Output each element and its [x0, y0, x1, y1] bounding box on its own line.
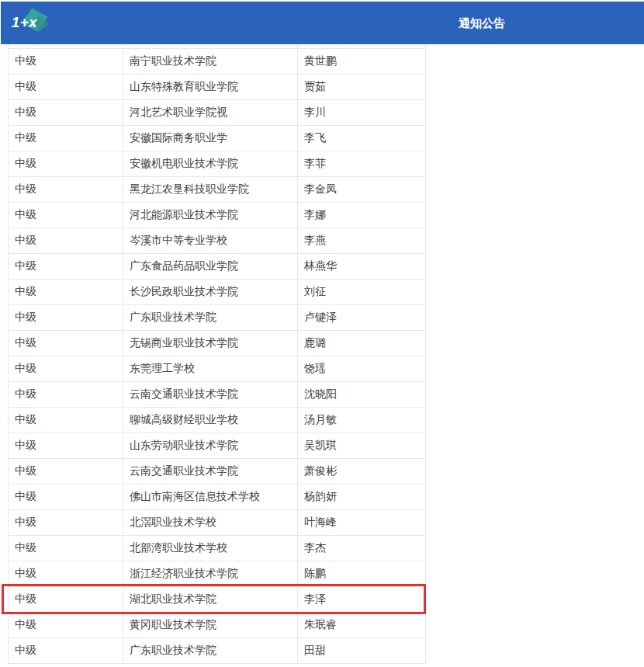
cell-level: 中级	[9, 280, 123, 305]
table-row: 中级安徽国际商务职业学李飞	[9, 126, 426, 151]
cell-level: 中级	[9, 433, 123, 459]
cell-level: 中级	[9, 408, 123, 433]
cell-name: 李飞	[298, 126, 426, 151]
table-row: 中级河北能源职业技术学院李娜	[9, 203, 426, 228]
table-row: 中级广东食品药品职业学院林燕华	[9, 254, 426, 280]
cell-level: 中级	[9, 561, 123, 587]
cell-level: 中级	[9, 510, 123, 536]
cell-name: 李菲	[298, 151, 426, 177]
cell-institution: 安徽机电职业技术学院	[123, 151, 298, 177]
table-row: 中级广东职业技术学院卢键泽	[9, 305, 426, 331]
table-row: 中级聊城高级财经职业学校汤月敏	[9, 408, 426, 433]
table-row: 中级山东劳动职业技术学院吴凯琪	[9, 433, 426, 459]
cell-institution: 东莞理工学校	[123, 356, 298, 382]
table-row: 中级河北艺术职业学院视李川	[9, 100, 426, 126]
table-row: 中级安徽机电职业技术学院李菲	[9, 151, 426, 177]
table-row: 中级黑龙江农垦科技职业学院李金凤	[9, 177, 426, 203]
cell-name: 田甜	[298, 638, 426, 664]
cell-name: 杨韵妍	[298, 485, 426, 510]
cell-name: 李川	[298, 100, 426, 126]
cell-institution: 广东食品药品职业学院	[123, 254, 298, 280]
cell-name: 黄世鹏	[298, 49, 426, 75]
results-table: 中级南宁职业技术学院黄世鹏中级山东特殊教育职业学院贾茹中级河北艺术职业学院视李川…	[8, 44, 425, 664]
cell-institution: 广东职业技术学院	[123, 638, 298, 664]
table-row: 中级岑溪市中等专业学校李燕	[9, 228, 426, 254]
cell-name: 朱珉睿	[298, 613, 426, 638]
cell-level: 中级	[9, 126, 123, 151]
cell-level: 中级	[9, 485, 123, 510]
cell-level: 中级	[9, 49, 123, 75]
cell-institution: 安徽国际商务职业学	[123, 126, 298, 151]
cell-institution: 河北能源职业技术学院	[123, 203, 298, 228]
cell-level: 中级	[9, 177, 123, 203]
cell-institution: 云南交通职业技术学院	[123, 382, 298, 408]
cell-name: 李金凤	[298, 177, 426, 203]
cell-name: 汤月敏	[298, 408, 426, 433]
cell-name: 叶海峰	[298, 510, 426, 536]
cell-name: 刘征	[298, 280, 426, 305]
cell-institution: 广东职业技术学院	[123, 305, 298, 331]
table-row: 中级无锡商业职业技术学院鹿璐	[9, 331, 426, 356]
cell-name: 萧俊彬	[298, 459, 426, 485]
cell-level: 中级	[9, 100, 123, 126]
cell-level: 中级	[9, 536, 123, 561]
cell-institution: 湖北职业技术学院	[123, 587, 298, 613]
cell-name: 陈鹏	[298, 561, 426, 587]
cell-institution: 黄冈职业技术学院	[123, 613, 298, 638]
table-row: 中级浙江经济职业技术学院陈鹏	[9, 561, 426, 587]
cell-name: 饶瑶	[298, 356, 426, 382]
cell-level: 中级	[9, 587, 123, 613]
cell-name: 林燕华	[298, 254, 426, 280]
cell-level: 中级	[9, 228, 123, 254]
table-row: 中级南宁职业技术学院黄世鹏	[9, 49, 426, 75]
table-row: 中级云南交通职业技术学院沈晓阳	[9, 382, 426, 408]
table-row: 中级东莞理工学校饶瑶	[9, 356, 426, 382]
cell-level: 中级	[9, 613, 123, 638]
cell-name: 李杰	[298, 536, 426, 561]
cell-level: 中级	[9, 203, 123, 228]
cell-institution: 长沙民政职业技术学院	[123, 280, 298, 305]
table-row: 中级云南交通职业技术学院萧俊彬	[9, 459, 426, 485]
cell-name: 贾茹	[298, 75, 426, 100]
cell-institution: 山东劳动职业技术学院	[123, 433, 298, 459]
table-row: 中级山东特殊教育职业学院贾茹	[9, 75, 426, 100]
cell-level: 中级	[9, 459, 123, 485]
table-row: 中级长沙民政职业技术学院刘征	[9, 280, 426, 305]
cell-level: 中级	[9, 151, 123, 177]
cell-name: 鹿璐	[298, 331, 426, 356]
table-row: 中级北部湾职业技术学校李杰	[9, 536, 426, 561]
cell-institution: 佛山市南海区信息技术学校	[123, 485, 298, 510]
cell-name: 李燕	[298, 228, 426, 254]
cell-level: 中级	[9, 356, 123, 382]
cell-name: 李娜	[298, 203, 426, 228]
cell-level: 中级	[9, 382, 123, 408]
cell-level: 中级	[9, 254, 123, 280]
cell-level: 中级	[9, 75, 123, 100]
table-row: 中级佛山市南海区信息技术学校杨韵妍	[9, 485, 426, 510]
cell-name: 李泽	[298, 587, 426, 613]
nav-notice-link[interactable]: 通知公告	[459, 2, 505, 44]
table-row: 中级北滘职业技术学校叶海峰	[9, 510, 426, 536]
table-row: 中级广东职业技术学院田甜	[9, 638, 426, 664]
cell-name: 吴凯琪	[298, 433, 426, 459]
cell-institution: 聊城高级财经职业学校	[123, 408, 298, 433]
cell-institution: 北滘职业技术学校	[123, 510, 298, 536]
cell-institution: 无锡商业职业技术学院	[123, 331, 298, 356]
cell-institution: 河北艺术职业学院视	[123, 100, 298, 126]
cell-institution: 浙江经济职业技术学院	[123, 561, 298, 587]
table-row-highlighted: 中级湖北职业技术学院李泽	[9, 587, 426, 613]
cell-institution: 黑龙江农垦科技职业学院	[123, 177, 298, 203]
cell-level: 中级	[9, 638, 123, 664]
table-row: 中级黄冈职业技术学院朱珉睿	[9, 613, 426, 638]
cell-institution: 云南交通职业技术学院	[123, 459, 298, 485]
cell-institution: 北部湾职业技术学校	[123, 536, 298, 561]
cell-level: 中级	[9, 331, 123, 356]
top-header: 1+x 通知公告	[1, 2, 644, 44]
certification-results-grid: 中级南宁职业技术学院黄世鹏中级山东特殊教育职业学院贾茹中级河北艺术职业学院视李川…	[8, 44, 426, 664]
cell-name: 沈晓阳	[298, 382, 426, 408]
logo-text: 1+x	[12, 15, 38, 31]
cell-institution: 山东特殊教育职业学院	[123, 75, 298, 100]
app-logo[interactable]: 1+x	[10, 9, 50, 37]
cell-name: 卢键泽	[298, 305, 426, 331]
cell-institution: 岑溪市中等专业学校	[123, 228, 298, 254]
